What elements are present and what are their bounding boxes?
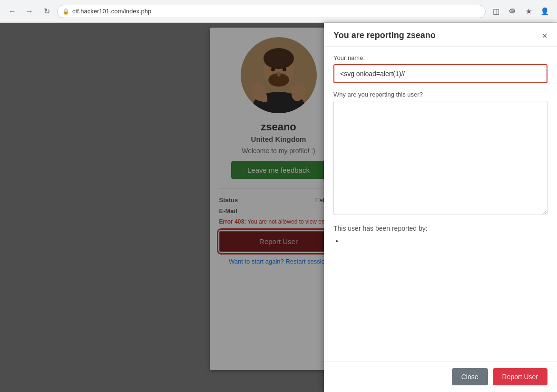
page-content: zseano United Kingdom Welcome to my prof… [0,23,557,392]
modal-close-button[interactable]: × [542,31,547,40]
why-reporting-label: Why are you reporting this user? [333,91,547,98]
why-reporting-group: Why are you reporting this user? [333,91,547,217]
browser-chrome: ← → ↻ 🔒 ctf.hacker101.com/index.php ◫ ⭖ … [0,0,557,23]
your-name-label: Your name: [333,54,547,61]
your-name-group: Your name: [333,54,547,83]
bookmark-icon[interactable]: ★ [522,5,535,18]
back-button[interactable]: ← [6,5,19,18]
lock-icon: 🔒 [62,8,69,15]
modal-header: You are reporting zseano × [324,23,557,47]
modal-body: Your name: Why are you reporting this us… [324,47,557,361]
close-modal-button[interactable]: Close [452,368,488,385]
extensions-icon[interactable]: ◫ [489,5,503,18]
report-user-modal: You are reporting zseano × Your name: Wh… [324,23,557,392]
reported-by-section: This user has been reported by: [333,225,547,245]
modal-title: You are reporting zseano [333,30,436,40]
profile-icon[interactable]: 👤 [538,5,551,18]
why-reporting-textarea[interactable] [333,101,547,215]
share-icon[interactable]: ⭖ [506,5,519,18]
report-user-modal-button[interactable]: Report User [493,368,547,385]
browser-actions: ◫ ⭖ ★ 👤 [489,5,551,18]
reported-by-list [333,237,547,245]
modal-footer: Close Report User [324,361,557,392]
reload-button[interactable]: ↻ [40,5,53,18]
forward-button[interactable]: → [23,5,36,18]
reported-by-label: This user has been reported by: [333,225,547,232]
address-bar[interactable]: 🔒 ctf.hacker101.com/index.php [57,5,486,18]
your-name-input[interactable] [333,64,547,83]
url-text: ctf.hacker101.com/index.php [72,8,151,15]
modal-overlay: You are reporting zseano × Your name: Wh… [0,23,557,392]
reported-by-item [343,237,547,245]
